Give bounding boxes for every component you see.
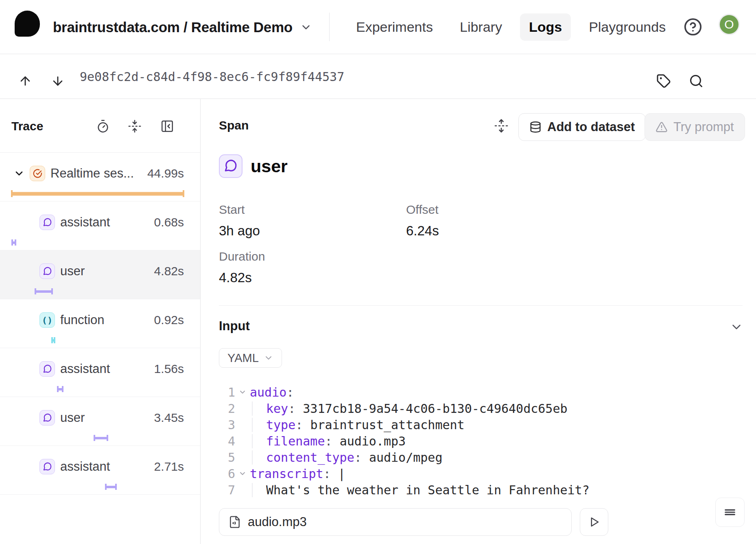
code-line: 5 content_type: audio/mpeg (217, 449, 742, 465)
next-trace-button[interactable] (47, 70, 68, 92)
code-line: 6 transcript: | (217, 465, 742, 482)
code-line: 1 audio: (217, 384, 742, 400)
span-duration: 2.71s (154, 460, 184, 474)
line-number: 1 (217, 385, 235, 399)
yaml-code-viewer: 1 audio: 2 key: 3317cb18-9a54-4c06-b130-… (217, 384, 742, 498)
input-section-title: Input (219, 319, 250, 333)
hamburger-menu-icon[interactable] (715, 498, 745, 527)
span-label: assistant (60, 459, 110, 474)
speech-bubble-icon (39, 459, 55, 474)
navbar-divider (329, 13, 330, 41)
add-to-dataset-button[interactable]: Add to dataset (518, 113, 646, 141)
code-line: 3 type: braintrust_attachment (217, 417, 742, 433)
duration-label: Duration (219, 250, 265, 263)
line-number: 2 (217, 401, 235, 416)
audio-attachment-chip[interactable]: audio.mp3 (219, 508, 572, 536)
braintrust-logo[interactable] (15, 11, 40, 37)
chevron-down-icon[interactable] (13, 168, 25, 179)
function-parens-icon: () (39, 312, 55, 328)
start-value: 3h ago (219, 223, 260, 239)
add-to-dataset-label: Add to dataset (547, 120, 635, 134)
braintrust-app: braintrustdata.com / Realtime Demo Exper… (0, 0, 756, 544)
span-panel-title: Span (219, 118, 249, 132)
chevron-down-icon (300, 21, 312, 33)
line-number: 6 (217, 467, 235, 481)
span-label: function (60, 313, 105, 327)
trace-span-row-assistant-3[interactable]: assistant 2.71s (0, 446, 200, 495)
trace-header: Trace (0, 99, 200, 153)
warning-triangle-icon (655, 121, 668, 133)
collapse-section-icon[interactable] (728, 319, 745, 335)
speech-bubble-icon (39, 215, 55, 230)
trace-span-row-realtime-session[interactable]: Realtime ses... 44.99s (0, 153, 200, 202)
code-line: 4 filename: audio.mp3 (217, 433, 742, 449)
project-switcher[interactable]: braintrustdata.com / Realtime Demo (53, 0, 312, 54)
line-number: 5 (217, 450, 235, 465)
span-duration: 1.56s (154, 362, 184, 376)
search-icon[interactable] (686, 70, 707, 92)
trace-title: Trace (11, 119, 43, 133)
project-title: braintrustdata.com / Realtime Demo (53, 19, 293, 35)
timeline-bar (11, 239, 16, 246)
speech-bubble-icon (219, 154, 243, 178)
unfold-vertical-icon[interactable] (491, 115, 512, 136)
nav-item-library[interactable]: Library (451, 13, 511, 41)
timeline-bar (51, 337, 55, 343)
span-duration: 4.82s (154, 264, 184, 278)
span-panel: Span Add to dataset Try prompt user Star… (201, 99, 756, 544)
span-name: user (251, 154, 288, 178)
section-divider (219, 305, 743, 306)
speech-bubble-icon (39, 361, 55, 377)
timeline-bar (105, 484, 117, 490)
trace-span-row-user-2[interactable]: user 3.45s (0, 397, 200, 446)
line-number: 4 (217, 434, 235, 448)
audio-file-icon (228, 515, 241, 529)
code-line: 2 key: 3317cb18-9a54-4c06-b130-c49640dc6… (217, 400, 742, 417)
tag-icon[interactable] (653, 70, 674, 92)
offset-value: 6.24s (406, 223, 439, 239)
nav-item-playgrounds[interactable]: Playgrounds (580, 13, 675, 41)
try-prompt-button[interactable]: Try prompt (645, 113, 745, 141)
nav-item-logs[interactable]: Logs (520, 13, 571, 41)
timeline-bar (94, 435, 108, 441)
span-duration: 0.68s (154, 215, 184, 229)
span-label: user (60, 410, 85, 425)
collapse-chevron-icon[interactable] (235, 469, 250, 478)
trace-id: 9e08fc2d-c84d-4f98-8ec6-fc9f89f44537 (80, 54, 344, 99)
trace-span-row-function[interactable]: () function 0.92s (0, 299, 200, 348)
code-line: 7 What's the weather in Seattle in Fahre… (217, 482, 742, 498)
help-icon[interactable] (681, 15, 705, 39)
fold-vertical-icon[interactable] (127, 118, 142, 134)
timer-icon[interactable] (95, 118, 111, 134)
play-audio-button[interactable] (580, 508, 608, 536)
speech-bubble-icon (39, 263, 55, 279)
timeline-bar (35, 288, 53, 294)
timeline-bar (11, 190, 184, 197)
trace-span-row-assistant-1[interactable]: assistant 0.68s (0, 202, 200, 250)
span-duration: 3.45s (154, 411, 184, 425)
span-duration: 44.99s (147, 167, 184, 180)
nav-item-experiments[interactable]: Experiments (347, 13, 442, 41)
panel-left-icon[interactable] (160, 118, 175, 134)
offset-label: Offset (406, 203, 438, 217)
span-label: assistant (60, 215, 110, 230)
format-selector[interactable]: YAML (219, 348, 282, 368)
circle-check-icon (30, 166, 45, 181)
database-icon (529, 121, 542, 133)
start-label: Start (219, 203, 245, 217)
duration-value: 4.82s (219, 270, 252, 285)
format-selector-value: YAML (227, 351, 259, 365)
span-label: Realtime ses... (50, 166, 134, 181)
avatar[interactable]: O (719, 14, 740, 35)
line-number: 3 (217, 418, 235, 432)
trace-sidebar: Trace Realtime ses... 44.99s (0, 99, 201, 544)
line-number: 7 (217, 483, 235, 497)
trace-span-row-user-1[interactable]: user 4.82s (0, 250, 200, 299)
collapse-chevron-icon[interactable] (235, 388, 250, 396)
try-prompt-label: Try prompt (673, 120, 734, 134)
trace-span-row-assistant-2[interactable]: assistant 1.56s (0, 348, 200, 397)
span-label: user (60, 264, 85, 279)
speech-bubble-icon (39, 410, 55, 426)
span-label: assistant (60, 362, 110, 376)
prev-trace-button[interactable] (15, 70, 36, 92)
